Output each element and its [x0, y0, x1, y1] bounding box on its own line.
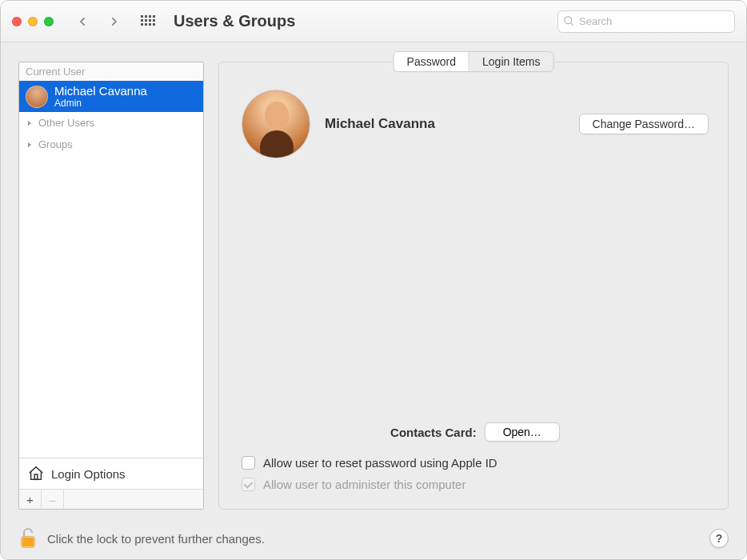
svg-rect-4 — [34, 474, 38, 479]
search-icon — [563, 15, 575, 27]
minimize-window-button[interactable] — [28, 17, 38, 26]
user-header: Michael Cavanna Change Password… — [242, 90, 709, 158]
chevron-right-icon — [26, 141, 34, 149]
back-button[interactable] — [71, 10, 95, 33]
sidebar-item-label: Other Users — [38, 117, 94, 129]
add-remove-fill — [64, 490, 203, 509]
house-icon — [27, 465, 45, 482]
sidebar-header-current-user: Current User — [19, 62, 203, 81]
login-options-label: Login Options — [51, 467, 126, 481]
svg-rect-5 — [22, 537, 34, 547]
close-window-button[interactable] — [12, 17, 22, 26]
footer: Click the lock to prevent further change… — [1, 518, 746, 559]
titlebar: Users & Groups — [1, 1, 746, 42]
user-avatar[interactable] — [242, 90, 310, 158]
panel-content: Michael Cavanna Change Password… Contact… — [219, 62, 728, 509]
contacts-card-label: Contacts Card: — [390, 426, 477, 439]
lock-text: Click the lock to prevent further change… — [47, 532, 265, 546]
add-remove-bar: + – — [19, 489, 203, 509]
svg-line-1 — [570, 22, 573, 25]
settings-panel: Password Login Items Michael Cavanna Cha… — [218, 62, 729, 510]
user-fullname: Michael Cavanna — [325, 116, 435, 132]
body: Current User Michael Cavanna Admin Other… — [1, 42, 746, 559]
sidebar-spacer — [19, 155, 203, 458]
window-title: Users & Groups — [174, 12, 295, 30]
allow-reset-label: Allow user to reset password using Apple… — [263, 456, 497, 470]
panel-tabs: Password Login Items — [393, 51, 554, 72]
login-options-button[interactable]: Login Options — [19, 458, 203, 489]
users-sidebar: Current User Michael Cavanna Admin Other… — [18, 62, 204, 510]
sidebar-item-other-users[interactable]: Other Users — [19, 112, 203, 134]
add-user-button[interactable]: + — [19, 490, 42, 509]
allow-admin-row: Allow user to administer this computer — [242, 478, 709, 491]
search-input[interactable] — [557, 10, 735, 33]
panel-spacer — [242, 158, 709, 422]
traffic-lights — [12, 17, 54, 26]
sidebar-current-user[interactable]: Michael Cavanna Admin — [19, 81, 203, 112]
forward-button[interactable] — [102, 10, 126, 33]
sidebar-item-groups[interactable]: Groups — [19, 134, 203, 155]
allow-reset-checkbox[interactable] — [242, 456, 255, 470]
sidebar-user-role: Admin — [54, 98, 147, 109]
svg-marker-2 — [28, 120, 31, 126]
allow-admin-label: Allow user to administer this computer — [263, 478, 465, 491]
allow-admin-checkbox — [242, 478, 255, 491]
tab-password[interactable]: Password — [394, 52, 469, 71]
sidebar-user-name: Michael Cavanna — [54, 84, 147, 98]
search-field[interactable] — [557, 10, 735, 33]
contacts-card-row: Contacts Card: Open… — [242, 422, 709, 442]
tab-login-items[interactable]: Login Items — [469, 52, 553, 71]
chevron-right-icon — [26, 119, 34, 127]
zoom-window-button[interactable] — [44, 17, 54, 26]
help-button[interactable]: ? — [709, 529, 729, 548]
sidebar-user-text: Michael Cavanna Admin — [54, 84, 147, 109]
avatar-icon — [26, 86, 48, 108]
open-contacts-button[interactable]: Open… — [485, 422, 560, 442]
unlock-icon — [18, 526, 38, 549]
change-password-button[interactable]: Change Password… — [579, 114, 709, 134]
prefs-window: Users & Groups Current User Michael Cava… — [0, 0, 747, 560]
remove-user-button[interactable]: – — [42, 490, 64, 509]
sidebar-item-label: Groups — [38, 138, 73, 150]
top-area: Current User Michael Cavanna Admin Other… — [1, 42, 746, 518]
allow-reset-row[interactable]: Allow user to reset password using Apple… — [242, 456, 709, 470]
svg-point-0 — [565, 16, 572, 23]
lock-button[interactable] — [18, 526, 38, 551]
show-all-prefs-button[interactable] — [135, 10, 159, 33]
svg-marker-3 — [28, 142, 31, 147]
